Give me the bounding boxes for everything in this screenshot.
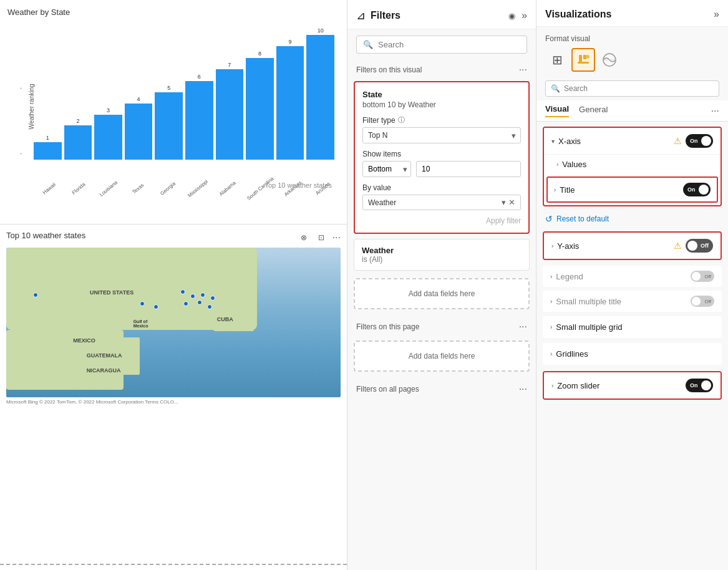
add-fields-visual[interactable]: Add data fields here [354, 278, 530, 309]
filters-header-icons: ◉ » [508, 10, 527, 21]
tab-visual[interactable]: Visual [545, 104, 569, 117]
filter-type-label: Filter type ⓘ [362, 115, 521, 125]
reset-to-default-button[interactable]: ↺ Reset to default [536, 210, 728, 228]
add-fields-page[interactable]: Add data fields here [354, 341, 530, 372]
bar-alabama: 7 [216, 26, 244, 160]
y-axis-chevron: › [551, 243, 553, 249]
map-more-options[interactable]: ··· [332, 233, 341, 243]
filters-visual-more[interactable]: ··· [519, 65, 527, 75]
viz-title: Visualizations [545, 9, 714, 20]
left-panel: Weather by State Weather ranking - - 1 2 [0, 0, 347, 570]
map-gulf-label: Gulf ofMexico [133, 319, 148, 328]
by-value-expand-icon[interactable]: ▾ [502, 198, 506, 207]
format-visual-label: Format visual [536, 32, 728, 46]
legend-toggle[interactable]: Off [691, 271, 714, 282]
chart-title: Weather by State [7, 7, 339, 17]
analytics-button[interactable] [598, 48, 621, 72]
x-axis-section: ▾ X-axis ⚠ On › Values › Title On [543, 127, 722, 206]
filter-state-title: State [362, 90, 521, 99]
reset-icon: ↺ [545, 214, 553, 224]
small-multiple-title-section[interactable]: › Small multiple title Off [543, 291, 722, 312]
small-multiple-grid-section[interactable]: › Small multiple grid [543, 316, 722, 338]
x-axis-values-section[interactable]: › Values [544, 154, 721, 174]
viz-search-input[interactable] [564, 84, 714, 93]
by-value-row: Weather ▾ ✕ [362, 195, 521, 210]
visibility-icon[interactable]: ◉ [508, 11, 515, 21]
values-chevron: › [556, 161, 558, 168]
filter-type-wrapper: Top N ▾ [362, 127, 521, 143]
map-title: Top 10 weather states [6, 231, 293, 240]
visualizations-panel: Visualizations » Format visual ⊞ [536, 0, 728, 570]
filters-search-box[interactable]: 🔍 [356, 36, 527, 54]
smt-chevron: › [550, 298, 552, 305]
map-visual: UNITED STATES MEXICO Gulf ofMexico CUBA … [6, 248, 341, 397]
smg-label: Small multiple grid [556, 322, 622, 332]
table-format-button[interactable]: ⊞ [545, 48, 569, 72]
bar-georgia: 5 [155, 26, 183, 160]
map-nicaragua-label: NICARAGUA [87, 367, 121, 374]
map-footer: Microsoft Bing © 2022 TomTom, © 2022 Mic… [6, 399, 341, 405]
by-value-icons: ▾ ✕ [502, 198, 515, 207]
info-icon: ⓘ [398, 115, 405, 125]
map-guatemala-label: GUATEMALA [87, 352, 122, 359]
y-axis-toggle-label: Off [701, 243, 709, 249]
bar-arizona: 10 [306, 26, 334, 160]
x-axis-toggle[interactable]: On [686, 134, 713, 148]
show-items-label: Show items [362, 150, 521, 158]
filter-icon[interactable]: ⊗ [298, 231, 310, 244]
filters-search-input[interactable] [378, 40, 520, 49]
values-label: Values [562, 160, 586, 169]
filters-header: ⊿ Filters ◉ » [347, 0, 536, 29]
y-axis-warning-icon: ⚠ [674, 241, 682, 251]
x-axis-warning-icon: ⚠ [674, 136, 682, 146]
smt-toggle[interactable]: Off [691, 296, 714, 307]
viz-header: Visualizations » [536, 0, 728, 27]
apply-filter-button[interactable]: Apply filter [362, 216, 521, 225]
filters-all-more[interactable]: ··· [519, 384, 527, 394]
by-value-clear-icon[interactable]: ✕ [508, 198, 515, 207]
viz-search-icon: 🔍 [551, 84, 560, 93]
x-axis-toggle-knob [701, 136, 711, 146]
gridlines-section[interactable]: › Gridlines [543, 343, 722, 365]
y-axis-section: › Y-axis ⚠ Off [543, 231, 722, 260]
by-value-label-row: By value [362, 183, 521, 192]
x-axis-chevron: ▾ [551, 138, 555, 145]
map-us-label: UNITED STATES [90, 289, 133, 296]
dashed-divider [0, 564, 347, 565]
x-axis-header[interactable]: ▾ X-axis ⚠ On [544, 128, 721, 154]
smt-toggle-label: Off [704, 299, 711, 304]
collapse-filters-icon[interactable]: » [522, 10, 527, 21]
title-label: Title [560, 185, 683, 195]
title-toggle[interactable]: On [683, 183, 711, 196]
smt-toggle-knob [692, 297, 701, 306]
show-direction-select[interactable]: Bottom Top [362, 161, 411, 177]
title-toggle-label: On [687, 186, 696, 193]
map-dot-4 [210, 296, 215, 301]
svg-rect-1 [579, 55, 582, 62]
search-icon: 🔍 [363, 40, 373, 49]
format-visual-button[interactable] [571, 48, 595, 72]
filters-page-more[interactable]: ··· [519, 322, 527, 332]
collapse-viz-icon[interactable]: » [714, 9, 719, 20]
zoom-slider-toggle[interactable]: On [686, 379, 713, 392]
weather-filter-item: Weather is (All) [354, 239, 530, 271]
tab-general[interactable]: General [579, 105, 608, 117]
smt-label: Small multiple title [556, 297, 691, 306]
x-axis-title-header[interactable]: › Title On [548, 178, 717, 201]
legend-section[interactable]: › Legend Off [543, 266, 722, 287]
y-axis-header[interactable]: › Y-axis ⚠ Off [544, 233, 721, 259]
expand-icon[interactable]: ⊡ [315, 231, 328, 244]
map-dot-1 [180, 289, 185, 294]
map-cuba-label: CUBA [217, 316, 233, 322]
svg-point-3 [586, 55, 590, 59]
svg-rect-0 [578, 62, 589, 64]
y-axis-toggle[interactable]: Off [686, 239, 713, 253]
format-icon-svg [576, 53, 590, 67]
viz-search-box[interactable]: 🔍 [545, 80, 719, 97]
filter-type-select[interactable]: Top N [362, 127, 521, 143]
chart-subtitle: Top 10 weather states [265, 181, 332, 189]
map-dot-7 [153, 304, 158, 309]
tab-more-options[interactable]: ··· [711, 106, 719, 116]
show-count-input[interactable] [416, 161, 521, 177]
zoom-slider-header[interactable]: › Zoom slider On [544, 372, 721, 399]
